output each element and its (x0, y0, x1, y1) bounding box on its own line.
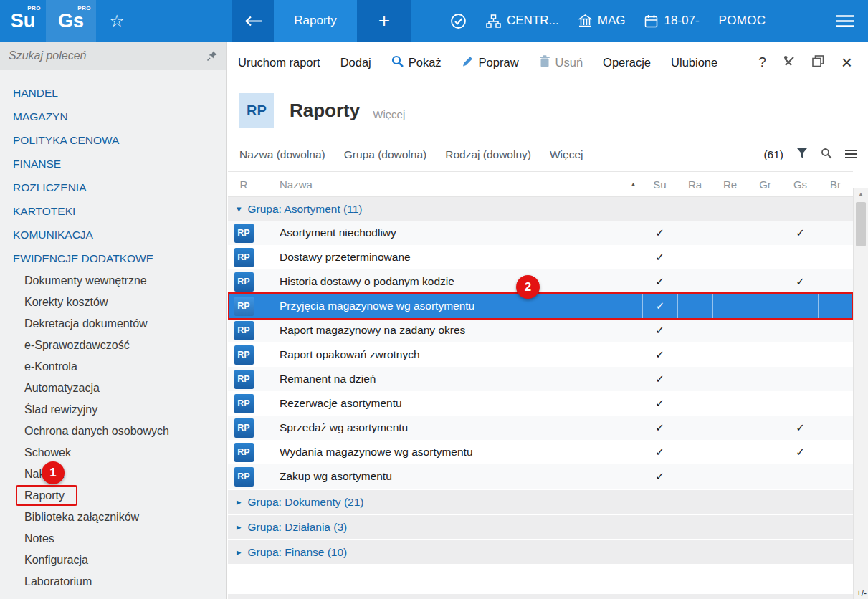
sidebar-item-dokumenty-wewn-trzne[interactable]: Dokumenty wewnętrzne (0, 270, 226, 292)
column-header-su[interactable]: Su (642, 178, 677, 191)
column-header-ra[interactable]: Ra (677, 178, 712, 191)
cascade-windows-button[interactable] (812, 55, 824, 70)
table-row-sprzeda-wg-asortymentu[interactable]: RPSprzedaż wg asortymentu✓✓ (228, 416, 853, 440)
toolbar-poka-button[interactable]: Pokaż (391, 55, 442, 70)
column-header-nazwa-label: Nazwa (280, 178, 313, 191)
favorites-star-icon[interactable]: ☆ (96, 0, 138, 42)
tab-raporty[interactable]: Raporty (274, 0, 357, 42)
sidebar-item-naklejki[interactable]: Naklejki1 (0, 464, 226, 485)
group-row-grupa-dokumenty-21[interactable]: ▸Grupa: Dokumenty (21) (228, 490, 853, 514)
cell-ra (677, 416, 712, 440)
sidebar-item-e-kontrola[interactable]: e-Kontrola (0, 356, 226, 378)
column-header-nazwa[interactable]: Nazwa▲ (259, 178, 642, 191)
pin-icon[interactable] (206, 50, 218, 62)
date-selector[interactable]: 18-07- (644, 14, 699, 28)
table-row-dostawy-przeterminowane[interactable]: RPDostawy przeterminowane✓ (228, 245, 853, 269)
sidebar-item-korekty-koszt-w[interactable]: Korekty kosztów (0, 292, 226, 313)
sidebar-module-ewidencje-dodatkowe[interactable]: EWIDENCJE DODATKOWE (0, 246, 226, 270)
vertical-scrollbar[interactable]: ▲ (853, 188, 868, 599)
main-menu-button[interactable] (836, 14, 854, 28)
sidebar-item-label: Konfiguracja (24, 554, 88, 566)
tools-button[interactable] (783, 55, 795, 70)
table-row-asortyment-niechodliwy[interactable]: RPAsortyment niechodliwy✓✓ (228, 221, 853, 245)
sidebar-module-kartoteki[interactable]: KARTOTEKI (0, 199, 226, 223)
cell-gr (748, 416, 783, 440)
column-header-br[interactable]: Br (818, 178, 853, 191)
search-list-icon[interactable] (821, 148, 832, 162)
group-row-grupa-dzia-ania-3[interactable]: ▸Grupa: Działania (3) (228, 515, 853, 539)
column-header-gr[interactable]: Gr (748, 178, 783, 191)
sidebar-module-rozliczenia[interactable]: ROZLICZENIA (0, 176, 226, 199)
sidebar-module-magazyn[interactable]: MAGAZYN (0, 105, 226, 128)
sidebar-item-dekretacja-dokument-w[interactable]: Dekretacja dokumentów (0, 313, 226, 335)
table-row-historia-dostawy-o-podanym-kodzie[interactable]: RPHistoria dostawy o podanym kodzie2✓✓ (228, 269, 853, 294)
sidebar-module-handel[interactable]: HANDEL (0, 81, 226, 105)
cell-ra (677, 318, 712, 342)
app-logo-gestor[interactable]: Gs PRO (46, 0, 96, 42)
partial-group-row[interactable] (228, 594, 853, 599)
row-icon-cell: RP (228, 248, 259, 267)
table-row-zakup-wg-asortymentu[interactable]: RPZakup wg asortymentu✓ (228, 464, 853, 489)
filter-grupa-dowolna[interactable]: Grupa (dowolna) (344, 148, 426, 161)
sidebar-item-laboratorium[interactable]: Laboratorium (0, 571, 226, 593)
toolbar-dodaj-button[interactable]: Dodaj (340, 56, 371, 70)
table-row-raport-magazynowy-na-zadany-okres[interactable]: RPRaport magazynowy na zadany okres✓ (228, 318, 853, 342)
search-input[interactable] (9, 49, 206, 62)
sidebar-module-polityka-cenowa[interactable]: POLITYKA CENOWA (0, 128, 226, 152)
group-row-grupa-asortyment-11[interactable]: ▾Grupa: Asortyment (11) (228, 197, 853, 221)
sidebar-item-ochrona-danych-osobowych[interactable]: Ochrona danych osobowych (0, 421, 226, 442)
sidebar-item-automatyzacja[interactable]: Automatyzacja (0, 378, 226, 399)
row-name: Wydania magazynowe wg asortymentu (280, 446, 473, 458)
help-button[interactable]: ? (758, 54, 766, 70)
company-selector[interactable]: CENTR... (486, 14, 559, 28)
sidebar-item-schowek[interactable]: Schowek (0, 442, 226, 464)
toolbar-right-actions: ?× (758, 53, 858, 72)
filter-nazwa-dowolna[interactable]: Nazwa (dowolna) (239, 148, 325, 161)
column-header-re[interactable]: Re (712, 178, 748, 191)
app-logo-subiekt-label: Su (11, 10, 36, 32)
column-header-r[interactable]: R (228, 178, 259, 191)
filter-wi-cej[interactable]: Więcej (550, 148, 583, 161)
sidebar-module-label: ROZLICZENIA (13, 181, 86, 193)
warehouse-selector[interactable]: MAG (578, 14, 626, 28)
sidebar-module-finanse[interactable]: FINANSE (0, 152, 226, 176)
toolbar-popraw-button[interactable]: Popraw (462, 55, 519, 70)
building-icon (578, 14, 592, 28)
sidebar-item-lad-rewizyjny[interactable]: Ślad rewizyjny (0, 399, 226, 421)
sidebar-module-komunikacja[interactable]: KOMUNIKACJA (0, 223, 226, 246)
command-search[interactable] (0, 42, 226, 70)
connection-status-icon[interactable] (450, 13, 467, 29)
sidebar-item-label: Schowek (24, 446, 71, 459)
sidebar-module-label: HANDEL (13, 87, 58, 99)
back-arrow-button[interactable] (232, 0, 274, 42)
title-more-link[interactable]: Więcej (373, 108, 405, 120)
topbar: Su PRO Gs PRO ☆ Raporty + CENTR... (0, 0, 868, 42)
table-row-rezerwacje-asortymentu[interactable]: RPRezerwacje asortymentu✓ (228, 391, 853, 416)
filter-rodzaj-dowolny[interactable]: Rodzaj (dowolny) (445, 148, 531, 161)
sidebar-item-konfiguracja[interactable]: Konfiguracja (0, 550, 226, 571)
report-icon: RP (234, 418, 254, 438)
sidebar-item-notes[interactable]: Notes (0, 528, 226, 550)
scroll-up-icon[interactable]: ▲ (854, 188, 868, 201)
sidebar-item-biblioteka-za-cznik-w[interactable]: Biblioteka załączników (0, 507, 226, 528)
table-row-raport-opakowa-zwrotnych[interactable]: RPRaport opakowań zwrotnych✓ (228, 342, 853, 367)
group-label: Grupa: Asortyment (11) (248, 203, 363, 216)
close-button[interactable]: × (841, 53, 852, 72)
view-menu-icon[interactable] (845, 148, 857, 161)
table-row-wydania-magazynowe-wg-asortymentu[interactable]: RPWydania magazynowe wg asortymentu✓✓ (228, 440, 853, 464)
toolbar-uruchom-raport-button[interactable]: Uruchom raport (238, 56, 320, 70)
table-row-przyj-cia-magazynowe-wg-asortymentu[interactable]: RPPrzyjęcia magazynowe wg asortymentu✓ (228, 294, 853, 318)
group-row-grupa-finanse-10[interactable]: ▸Grupa: Finanse (10) (228, 540, 853, 564)
sidebar-item-raporty[interactable]: Raporty (0, 485, 226, 507)
table-row-remanent-na-dzie[interactable]: RPRemanent na dzień✓ (228, 367, 853, 391)
app-logo-subiekt[interactable]: Su PRO (0, 0, 46, 42)
new-tab-button[interactable]: + (357, 0, 411, 42)
scrollbar-thumb[interactable] (856, 202, 866, 246)
column-header-gs[interactable]: Gs (783, 178, 818, 191)
sidebar-item-e-sprawozdawczo[interactable]: e-Sprawozdawczość (0, 335, 226, 356)
toolbar-ulubione-button[interactable]: Ulubione (671, 56, 717, 70)
help-menu[interactable]: POMOC (719, 14, 766, 28)
toolbar-operacje-button[interactable]: Operacje (603, 56, 651, 70)
filter-funnel-icon[interactable] (796, 148, 808, 162)
toolbar-usu-button[interactable]: Usuń (539, 55, 583, 70)
